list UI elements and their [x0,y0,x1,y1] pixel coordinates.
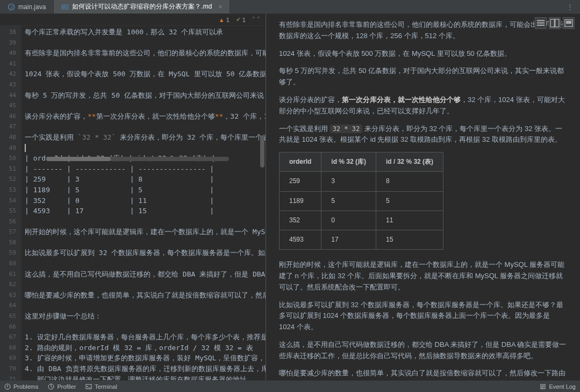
tab-label: main.java [18,3,46,11]
tabs-bar: J main.java 如何设计可以动态扩容缩容的分库分表方案？.md × ⋮ [0,0,580,14]
preview-paragraph: 哪怕是要减少库的数量，也很简单，其实说白了就是按倍数缩容就可以了，然后修改一下路… [279,368,567,380]
event-log-icon [540,383,546,390]
table-header: id % 32 (库) [321,153,376,172]
event-log-button[interactable]: Event Log [540,383,576,390]
java-file-icon: J [8,3,15,11]
editor-inspection-banner: ▲1 ✔1 ˄ ˅ [0,14,266,26]
editor-pane: ▲1 ✔1 ˄ ˅ 383940414243444546474849505152… [0,14,266,380]
preview-only-icon[interactable] [563,17,575,29]
tab-md-file[interactable]: 如何设计可以动态扩容缩容的分库分表方案？.md × [54,0,230,13]
horizontal-scrollbar[interactable] [46,157,229,161]
preview-paragraph: 比如说最多可以扩展到 32 个数据库服务器，每个数据库服务器是一个库。如果还是不… [279,300,567,333]
table-header: orderId [280,153,321,172]
preview-paragraph: 有些除非是国内排名非常靠前的这些公司，他们的最核心的系统的数据库，可能会出现几百… [279,19,567,42]
markdown-file-icon [61,3,69,11]
preview-table: orderIdid % 32 (库)id / 32 % 32 (表) 25938… [279,152,443,250]
terminal-icon [85,383,92,390]
svg-rect-4 [537,23,545,24]
chevron-up-down-icon[interactable]: ˄ ˅ [252,16,260,23]
svg-text:J: J [10,5,12,10]
main-area: ▲1 ✔1 ˄ ˅ 383940414243444546474849505152… [0,14,580,380]
problems-icon [4,383,11,390]
vertical-scrollbar[interactable] [260,28,264,379]
problems-button[interactable]: Problems [4,383,38,390]
table-row: 118955 [280,191,443,210]
warning-indicator[interactable]: ▲1 [219,17,230,23]
status-bar: Problems Profiler Terminal Event Log [0,380,580,392]
preview-paragraph: 刚开始的时候，这个库可能就是逻辑库，建在一个数据库上的，就是一个 MySQL 服… [279,259,567,293]
svg-rect-3 [537,20,545,21]
table-row: 25938 [280,172,443,191]
preview-paragraph: 1024 张表，假设每个表放 500 万数据，在 MySQL 里可以放 50 亿… [279,48,567,60]
svg-rect-7 [555,19,559,27]
preview-toolbar [535,17,575,29]
editor-body: 3839404142434445464748495051525354555657… [0,26,266,380]
close-icon[interactable]: × [218,3,222,11]
markdown-preview: 有些除非是国内排名非常靠前的这些公司，他们的最核心的系统的数据库，可能会出现几百… [266,14,580,380]
svg-rect-6 [550,19,554,27]
profiler-icon [48,383,54,390]
table-header: id / 32 % 32 (表) [376,153,443,172]
preview-paragraph: 谈分库分表的扩容，第一次分库分表，就一次性给他分个够，32 个库，1024 张表… [279,95,567,117]
preview-paragraph: 一个实践是利用 32 * 32 来分库分表，即分为 32 个库，每个库里一个表分… [279,124,567,146]
pass-indicator[interactable]: ✔1 [236,16,246,23]
svg-rect-9 [566,21,571,24]
terminal-button[interactable]: Terminal [85,383,117,390]
editor-only-icon[interactable] [535,17,547,29]
tab-main-java[interactable]: J main.java [0,0,54,13]
tab-label: 如何设计可以动态扩容缩容的分库分表方案？.md [72,2,212,11]
preview-paragraph: 每秒 5 万的写并发，总共 50 亿条数据，对于国内大部分的互联网公司来说，其实… [279,66,567,88]
code-area[interactable]: 每个库正常承载的写入并发量是 1000，那么 32 个库就可以承 有些除非是国内… [22,26,266,380]
editor-preview-icon[interactable] [549,17,561,29]
tabs-overflow-icon[interactable]: ⋮ [567,3,580,11]
preview-paragraph: 这么搞，是不用自己写代码做数据迁移的，都交给 DBA 来搞好了，但是 DBA 确… [279,339,567,362]
table-row: 352011 [280,210,443,230]
svg-rect-5 [537,25,545,26]
inline-code: 32 * 32 [330,125,363,133]
table-row: 45931715 [280,230,443,249]
profiler-button[interactable]: Profiler [48,383,76,390]
line-gutter: 3839404142434445464748495051525354555657… [0,26,22,380]
